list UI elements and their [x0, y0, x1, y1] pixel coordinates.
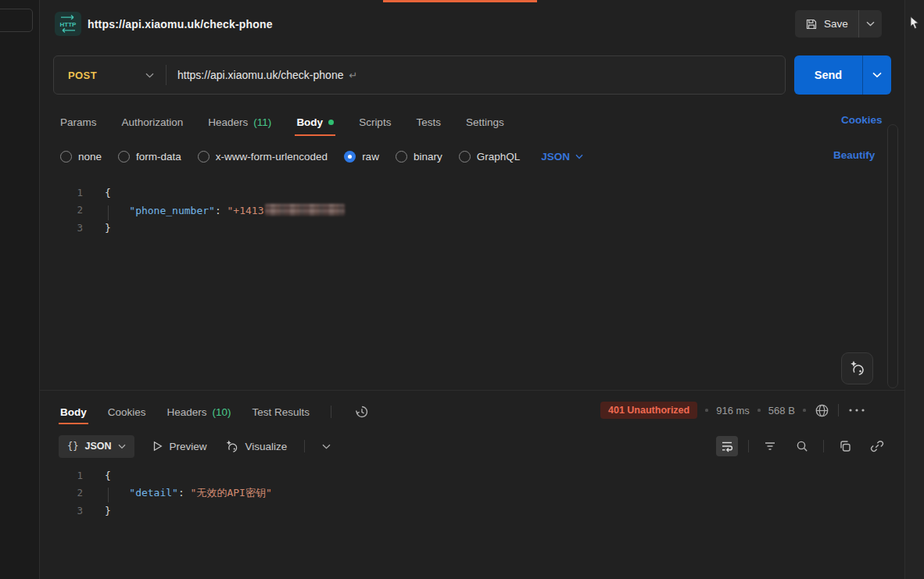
line-number: 2 [40, 487, 105, 499]
save-button-label: Save [824, 18, 848, 30]
redacted-phone-number [265, 204, 345, 216]
radio-button [396, 151, 407, 163]
radio-button [459, 151, 471, 163]
indent [105, 205, 129, 216]
code-text: } [105, 222, 111, 234]
copy-icon [838, 439, 852, 453]
copy-button[interactable] [834, 436, 856, 456]
editor-scrollbar-track[interactable] [887, 124, 898, 388]
tab-tests[interactable]: Tests [416, 116, 441, 128]
tab-params[interactable]: Params [60, 116, 97, 128]
option-label: none [78, 151, 102, 163]
search-icon [795, 439, 809, 453]
return-hint-glyph: ↵ [349, 70, 357, 81]
line-number: 1 [40, 470, 105, 481]
send-button-label[interactable]: Send [794, 55, 862, 95]
indent [105, 487, 129, 499]
toolbar-divider [838, 404, 839, 416]
http-method-icon: HTTP [55, 12, 81, 36]
body-modified-dot [328, 120, 334, 125]
status-badge: 401 Unauthorized [600, 402, 697, 419]
more-options-button[interactable] [847, 402, 867, 419]
body-type-raw[interactable]: raw [344, 151, 379, 163]
tab-label: Headers [167, 406, 207, 418]
wrap-text-button[interactable] [716, 436, 738, 456]
send-dropdown-button[interactable] [863, 55, 891, 95]
tab-label: Params [60, 116, 97, 128]
body-type-form-data[interactable]: form-data [118, 151, 181, 163]
format-label: JSON [84, 441, 111, 452]
left-sidebar-rail [0, 0, 40, 579]
response-format-selector[interactable]: {} JSON [59, 435, 134, 458]
code-line: 2 "detail": "无效的API密钥" [40, 484, 904, 502]
body-type-urlencoded[interactable]: x-www-form-urlencoded [198, 151, 328, 163]
mouse-cursor [910, 16, 920, 30]
code-line: 1 { [40, 184, 904, 202]
toolbar-divider [823, 440, 824, 452]
response-tab-body[interactable]: Body [60, 406, 87, 418]
play-icon [152, 440, 163, 452]
globe-icon[interactable] [814, 402, 830, 419]
language-selector[interactable]: JSON [541, 151, 583, 163]
json-separator: : [215, 205, 227, 216]
toolbar-expand-chevron[interactable] [322, 444, 331, 449]
radio-button [198, 151, 210, 163]
response-tab-test-results[interactable]: Test Results [252, 406, 310, 418]
separator-dot [803, 409, 806, 412]
postbot-button[interactable] [841, 352, 873, 384]
save-button[interactable]: Save [795, 10, 882, 38]
response-size: 568 B [768, 405, 795, 416]
headers-count: (10) [213, 406, 231, 418]
response-history-button[interactable] [353, 402, 371, 421]
tab-body[interactable]: Body [296, 116, 334, 128]
visualize-button[interactable]: Visualize [224, 439, 288, 454]
response-time: 916 ms [716, 405, 750, 416]
beautify-link[interactable]: Beautify [833, 149, 875, 161]
link-button[interactable] [866, 436, 888, 456]
send-button[interactable]: Send [794, 55, 891, 95]
request-response-divider[interactable] [40, 390, 904, 391]
sidebar-partial-item[interactable] [0, 9, 33, 32]
response-tab-cookies[interactable]: Cookies [108, 406, 146, 418]
json-value: "无效的API密钥" [191, 487, 272, 499]
tab-authorization[interactable]: Authorization [122, 116, 184, 128]
body-type-none[interactable]: none [60, 151, 102, 163]
cookies-link[interactable]: Cookies [841, 114, 883, 126]
code-text: "phone_number": "+1413 [105, 204, 345, 216]
tab-label: Scripts [359, 116, 391, 128]
response-tabs: Body Cookies Headers(10) Test Results [60, 400, 371, 424]
save-button-main[interactable]: Save [795, 18, 858, 30]
response-tools [716, 436, 888, 456]
chevron-down-icon [575, 154, 583, 159]
method-label: POST [68, 70, 97, 81]
search-button[interactable] [791, 436, 813, 456]
body-type-graphql[interactable]: GraphQL [459, 151, 521, 163]
code-text: { [105, 187, 111, 198]
response-tab-headers[interactable]: Headers(10) [167, 406, 231, 418]
url-input[interactable]: https://api.xiaomu.uk/check-phone [167, 69, 343, 81]
indent-guide [108, 488, 109, 502]
tab-headers[interactable]: Headers(11) [208, 116, 271, 128]
request-url-bar: POST https://api.xiaomu.uk/check-phone ↵ [53, 55, 786, 95]
body-type-binary[interactable]: binary [396, 151, 442, 163]
body-type-options: none form-data x-www-form-urlencoded raw… [60, 148, 583, 165]
save-dropdown-button[interactable] [859, 21, 882, 27]
preview-label: Preview [170, 441, 207, 452]
request-body-editor[interactable]: 1 { 2 "phone_number": "+1413 3 } [40, 184, 904, 388]
tab-label: Authorization [122, 116, 184, 128]
line-number: 3 [40, 505, 105, 516]
filter-button[interactable] [759, 436, 781, 456]
tab-settings[interactable]: Settings [466, 116, 504, 128]
tab-scripts[interactable]: Scripts [359, 116, 391, 128]
method-selector[interactable]: POST [54, 70, 166, 81]
tab-label: Test Results [252, 406, 310, 418]
response-toolbar: {} JSON Preview Visualize [59, 434, 331, 458]
response-body-editor[interactable]: 1 { 2 "detail": "无效的API密钥" 3 } [40, 466, 904, 523]
code-text: "detail": "无效的API密钥" [105, 486, 272, 500]
toolbar-divider [748, 440, 749, 452]
tab-label: Body [296, 116, 323, 128]
preview-button[interactable]: Preview [152, 440, 207, 452]
toolbar-divider [331, 406, 331, 418]
separator-dot [757, 409, 761, 412]
language-label: JSON [541, 151, 570, 163]
